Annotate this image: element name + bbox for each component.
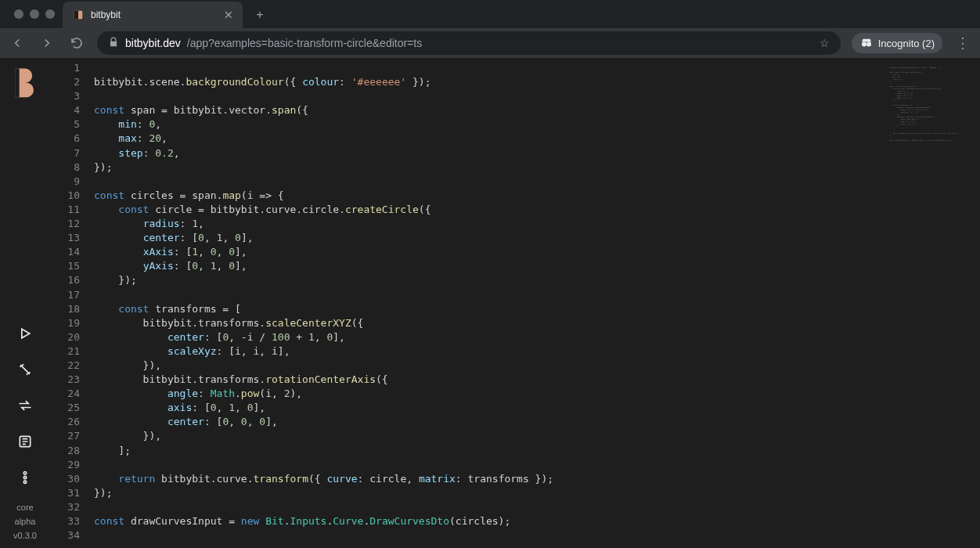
minimap[interactable]: bitbybit.scene.backgroundColour({ colour… <box>885 61 980 548</box>
app-page: core alpha v0.3.0 1234567891011121314151… <box>0 58 980 548</box>
lock-icon <box>108 37 119 50</box>
code-content[interactable]: bitbybit.scene.backgroundColour({ colour… <box>94 61 885 548</box>
reload-button[interactable] <box>67 34 86 52</box>
browser-tab[interactable]: bitbybit ✕ <box>63 2 243 28</box>
examples-icon[interactable] <box>16 432 34 451</box>
traffic-max[interactable] <box>45 9 55 19</box>
incognito-badge[interactable]: Incognito (2) <box>852 33 942 53</box>
stop-sync-icon[interactable] <box>16 360 34 379</box>
app-sidebar: core alpha v0.3.0 <box>0 58 50 548</box>
sidebar-label-alpha: alpha <box>15 517 36 526</box>
tab-close-icon[interactable]: ✕ <box>224 9 233 21</box>
app-logo[interactable] <box>8 64 42 99</box>
back-button[interactable] <box>8 34 27 52</box>
tab-strip: bitbybit ✕ + <box>0 0 980 28</box>
incognito-label: Incognito (2) <box>878 38 935 49</box>
address-bar[interactable]: bitbybit.dev/app?examples=basic-transfor… <box>97 31 841 55</box>
svg-point-8 <box>23 476 26 478</box>
tab-title: bitbybit <box>91 9 121 20</box>
url-path: /app?examples=basic-transform-circle&edi… <box>187 37 422 49</box>
url-host: bitbybit.dev <box>125 37 181 49</box>
swap-icon[interactable] <box>16 396 34 415</box>
svg-point-2 <box>862 42 867 47</box>
traffic-close[interactable] <box>14 9 23 19</box>
sidebar-label-version: v0.3.0 <box>13 531 37 540</box>
line-gutter: 1234567891011121314151617181920212223242… <box>50 61 94 548</box>
traffic-min[interactable] <box>30 9 39 19</box>
bookmark-star-icon[interactable]: ☆ <box>820 37 830 49</box>
svg-point-3 <box>867 42 871 47</box>
sidebar-label-core: core <box>16 503 33 512</box>
svg-rect-5 <box>15 69 20 98</box>
run-button[interactable] <box>16 324 34 343</box>
browser-menu-button[interactable]: ⋮ <box>953 34 972 52</box>
code-editor[interactable]: 1234567891011121314151617181920212223242… <box>50 58 980 548</box>
new-tab-button[interactable]: + <box>249 4 271 26</box>
more-menu-icon[interactable] <box>16 468 34 487</box>
svg-point-7 <box>23 472 26 474</box>
svg-point-9 <box>23 481 26 483</box>
forward-button[interactable] <box>38 34 56 52</box>
favicon-icon <box>72 9 85 21</box>
browser-toolbar: bitbybit.dev/app?examples=basic-transfor… <box>0 28 980 58</box>
svg-rect-1 <box>74 11 78 20</box>
window-controls <box>6 0 63 28</box>
